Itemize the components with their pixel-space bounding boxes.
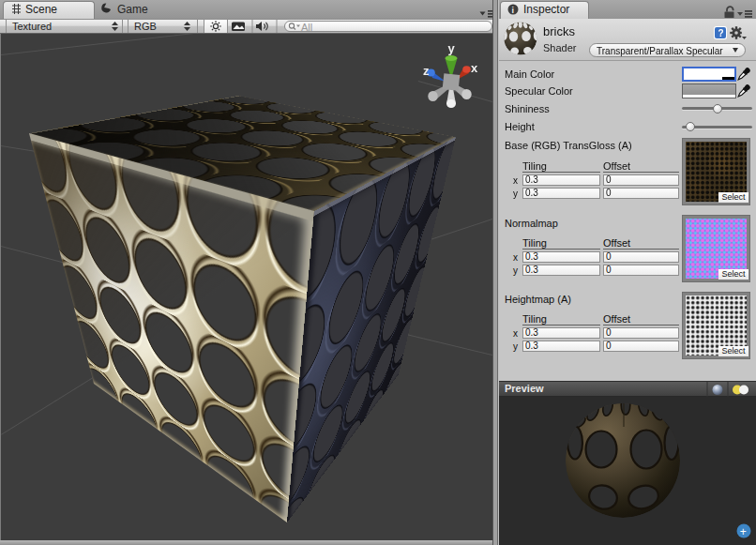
svg-text:?: ? [718,28,724,38]
svg-text:y: y [448,41,456,55]
svg-text:x: x [471,61,478,75]
svg-text:z: z [423,64,430,78]
svg-text:+: + [740,525,747,538]
svg-text:i: i [512,6,515,15]
